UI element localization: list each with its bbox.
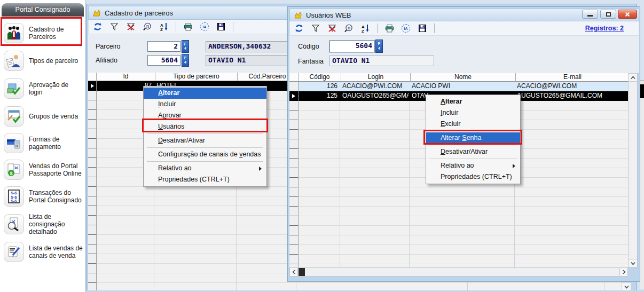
row-arrow-icon	[292, 94, 295, 98]
clear-filter-icon[interactable]	[327, 23, 337, 33]
usuarios-hscrollbar[interactable]	[289, 267, 628, 277]
restore-icon	[606, 12, 611, 17]
menu-separator	[147, 147, 263, 148]
sidebar-title: Portal Consignado	[2, 3, 84, 17]
sidebar-item-grupos-venda[interactable]: Grupos de venda	[4, 105, 83, 128]
row-indicator-column-cadastro	[88, 81, 97, 291]
row-arrow-icon	[91, 84, 94, 88]
menu-item-usuarios[interactable]: Usuários	[144, 121, 266, 132]
ia-badge-icon[interactable]: IA	[401, 23, 411, 33]
menu-item-configuracao-canais[interactable]: Configuração de canais de vendas	[144, 149, 266, 160]
filter-icon[interactable]	[109, 22, 119, 31]
column-divider	[409, 82, 410, 267]
column-header-nome[interactable]: Nome	[411, 73, 516, 82]
print-icon[interactable]	[183, 22, 193, 31]
refresh-icon[interactable]	[93, 22, 103, 31]
sidebar-item-label: Grupos de venda	[29, 113, 78, 120]
login-approval-icon	[4, 78, 24, 99]
fields-panel-usuarios: Código 5604 F4 Fantasia OTAVIO N1	[289, 36, 639, 73]
current-row-marker	[289, 91, 298, 101]
menu-item-relativo-ao[interactable]: Relativo ao	[144, 163, 266, 174]
save-icon[interactable]	[418, 23, 427, 33]
refresh-icon[interactable]	[294, 23, 304, 33]
window-brush-icon	[293, 10, 303, 20]
sidebar-item-vendas-passaporte[interactable]: $ Vendas do Portal Passaporte Online	[4, 157, 83, 183]
codigo-label: Código	[298, 43, 319, 50]
hscroll-thumb[interactable]	[299, 268, 305, 276]
minimize-button[interactable]	[582, 10, 598, 19]
column-header-codigo[interactable]: Código	[299, 73, 341, 82]
minimize-icon	[587, 15, 593, 17]
partner-types-icon	[4, 51, 24, 71]
menu-item-desativar-ativar[interactable]: Desativar/Ativar	[144, 135, 266, 146]
sort-az-icon[interactable]: AZ	[360, 23, 370, 33]
sidebar-item-cadastro-parceiros[interactable]: Cadastro de Parceiros	[4, 20, 83, 46]
context-menu-cadastro: Alterar Incluir Aprovar Usuários Desativ…	[143, 86, 267, 187]
menu-item-propriedades[interactable]: Propriedades (CTRL+T)	[426, 171, 520, 183]
column-header-email[interactable]: E-mail	[516, 73, 630, 82]
filter-icon[interactable]	[311, 23, 320, 33]
cell-login: ACACIO@PWI.COM	[342, 82, 409, 91]
menu-separator	[147, 161, 263, 162]
clear-filter-icon[interactable]	[126, 22, 136, 31]
afiliado-input[interactable]: 5604	[147, 55, 180, 66]
column-header-tipo[interactable]: Tipo de parceiro	[155, 73, 238, 81]
sidebar-item-lista-vendas-canais[interactable]: Lista de vendas de canais de venda	[4, 239, 83, 265]
registros-link[interactable]: Registros: 2	[585, 25, 624, 32]
parceiro-input[interactable]: 2	[147, 41, 180, 52]
sidebar-item-formas-pagamento[interactable]: Formas de pagamento	[4, 130, 83, 156]
menu-item-excluir[interactable]: Excluir	[426, 119, 520, 130]
menu-item-alterar-senha[interactable]: Alterar Senha	[426, 132, 520, 144]
menu-item-alterar[interactable]: Alterar	[144, 88, 266, 99]
menu-item-propriedades[interactable]: Propriedades (CTRL+T)	[144, 174, 266, 185]
channel-sales-list-icon	[4, 242, 24, 262]
restore-button[interactable]	[600, 10, 616, 19]
menu-item-incluir[interactable]: Incluir	[426, 107, 520, 119]
svg-text:Z: Z	[362, 29, 364, 33]
afiliado-label: Afiliado	[96, 57, 117, 64]
sidebar-item-lista-consignacao[interactable]: Lista de consignação detalhado	[4, 209, 83, 239]
print-icon[interactable]	[384, 23, 394, 33]
close-button[interactable]	[618, 10, 637, 19]
menu-item-aprovar[interactable]: Aprovar	[144, 110, 266, 121]
codigo-input[interactable]: 5604	[329, 41, 375, 52]
sidebar-item-tipos-parceiro[interactable]: Tipos de parceiro	[4, 49, 83, 73]
usuarios-scroll-down-button[interactable]	[628, 259, 638, 267]
consignment-list-icon	[4, 214, 24, 234]
grid-corner-cell	[88, 73, 97, 81]
fantasia-value: OTAVIO N1	[329, 56, 434, 66]
afiliado-f4-button[interactable]: F4	[182, 54, 189, 67]
submenu-arrow-icon	[259, 167, 262, 171]
menu-item-alterar[interactable]: Alterar	[426, 96, 520, 107]
search-icon[interactable]: n	[344, 23, 354, 33]
svg-text:n: n	[348, 25, 351, 30]
cadastro-scroll-down-button[interactable]	[622, 282, 631, 291]
parceiro-f4-button[interactable]: F4	[182, 40, 189, 53]
column-header-id[interactable]: Id	[97, 73, 155, 81]
menu-item-relativo-ao[interactable]: Relativo ao	[426, 160, 520, 171]
window-title: Usuários WEB	[306, 11, 351, 19]
menu-item-incluir[interactable]: Incluir	[144, 99, 266, 110]
menu-separator	[429, 159, 517, 159]
app-root: { "sidebar": { "title": "Portal Consigna…	[0, 0, 644, 292]
current-row-marker	[88, 81, 96, 91]
usuarios-scroll-right-button[interactable]	[619, 267, 628, 277]
toolbar-separator	[377, 23, 378, 33]
search-icon[interactable]: n	[143, 22, 152, 31]
column-header-login[interactable]: Login	[341, 73, 411, 82]
sidebar-item-aprovacao-login[interactable]: Aprovação de login	[4, 77, 83, 100]
sidebar-item-transacoes[interactable]: $-$$-$$-$ Transações do Portal Consignad…	[4, 184, 83, 209]
sidebar-item-label: Aprovação de login	[29, 81, 83, 96]
sort-az-icon[interactable]: AZ	[159, 22, 169, 31]
passport-sales-icon: $	[4, 160, 24, 180]
menu-item-desativar-ativar[interactable]: Desativar/Ativar	[426, 146, 520, 157]
usuarios-scroll-left-button[interactable]	[289, 267, 298, 277]
table-row-126[interactable]: 126 ACACIO@PWI.COM ACACIO PWI ACACIO@PWI…	[299, 82, 628, 91]
usuarios-vscrollbar[interactable]	[628, 73, 638, 267]
context-menu-usuarios: Alterar Incluir Excluir Alterar Senha De…	[426, 94, 521, 184]
codigo-f4-button[interactable]: F4	[375, 40, 383, 53]
save-icon[interactable]	[216, 22, 226, 31]
ia-badge-icon[interactable]: IA	[200, 22, 209, 31]
row-indicator-column-usuarios	[289, 82, 299, 267]
usuarios-scroll-up-button[interactable]	[628, 73, 638, 82]
